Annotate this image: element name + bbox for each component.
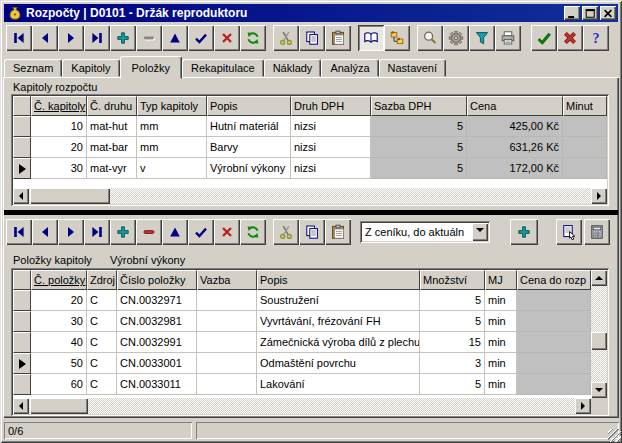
grid-cell[interactable] (517, 332, 591, 353)
grid-cell[interactable]: mat-bar (87, 137, 137, 158)
grid-cell[interactable]: min (485, 374, 517, 395)
grid-cell[interactable]: 5 (420, 311, 485, 332)
column-header[interactable]: Minut (563, 96, 607, 116)
table-row[interactable]: 20CCN.0032971Soustružení5min (13, 290, 591, 311)
grid-cell[interactable]: 20 (31, 137, 87, 158)
edit-record-button[interactable] (162, 219, 188, 245)
column-header[interactable]: Druh DPH (291, 96, 371, 116)
settings-button[interactable] (443, 25, 469, 51)
table-row[interactable]: 10mat-hutmmHutní materiálnizsi5425,00 Kč (13, 116, 607, 137)
minimize-button[interactable] (564, 6, 580, 20)
tab-náklady[interactable]: Náklady (264, 59, 322, 77)
table-row[interactable]: 40CCN.0032991Zámečnická výroba dílů z pl… (13, 332, 591, 353)
grid-cell[interactable] (197, 290, 257, 311)
tab-analýza[interactable]: Analýza (321, 59, 378, 77)
paste-button[interactable] (325, 219, 351, 245)
row-selector[interactable] (13, 116, 31, 137)
column-header[interactable]: Vazba (197, 270, 257, 290)
tab-seznam[interactable]: Seznam (4, 59, 62, 77)
column-header[interactable]: Popis (207, 96, 291, 116)
grid-cell[interactable] (517, 290, 591, 311)
column-header[interactable]: Č. kapitoly (31, 96, 87, 116)
nav-prior-button[interactable] (32, 219, 58, 245)
grid-cell[interactable]: CN.0033011 (117, 374, 197, 395)
chapters-hscrollbar[interactable] (13, 188, 607, 204)
grid-cell[interactable] (563, 158, 607, 179)
grid-cell[interactable]: 10 (31, 116, 87, 137)
confirm-button[interactable] (531, 25, 557, 51)
tab-rekapitulace[interactable]: Rekapitulace (182, 59, 264, 77)
cut-button[interactable] (273, 219, 299, 245)
grid-cell[interactable]: Výrobní výkony (207, 158, 291, 179)
grid-cell[interactable] (517, 374, 591, 395)
grid-cell[interactable]: Soustružení (257, 290, 420, 311)
nav-prior-button[interactable] (32, 25, 58, 51)
grid-cell[interactable]: Odmaštění povrchu (257, 353, 420, 374)
row-selector[interactable] (13, 332, 31, 353)
column-header[interactable]: Č. položky (31, 270, 87, 290)
column-header[interactable]: Typ kapitoly (137, 96, 207, 116)
delete-record-button[interactable] (136, 219, 162, 245)
grid-cell[interactable]: CN.0032971 (117, 290, 197, 311)
scroll-left-button[interactable] (13, 398, 29, 414)
grid-cell[interactable]: v (137, 158, 207, 179)
grid-cell[interactable] (197, 353, 257, 374)
hscroll-thumb[interactable] (30, 188, 110, 204)
grid-cell[interactable]: nizsi (291, 116, 371, 137)
column-header[interactable]: Popis (257, 270, 420, 290)
grid-cell[interactable]: 5 (371, 158, 467, 179)
tab-nastavení[interactable]: Nastavení (379, 59, 447, 77)
grid-cell[interactable]: 631,26 Kč (467, 137, 563, 158)
grid-cell[interactable]: min (485, 290, 517, 311)
grid-cell[interactable]: Lakování (257, 374, 420, 395)
scroll-left-button[interactable] (13, 188, 29, 204)
grid-cell[interactable]: C (87, 374, 117, 395)
table-row[interactable]: 60CCN.0033011Lakování5min (13, 374, 591, 395)
insert-record-button[interactable] (110, 25, 136, 51)
print-button[interactable] (495, 25, 521, 51)
grid-cell[interactable]: 5 (371, 137, 467, 158)
cancel-edit-button[interactable] (214, 219, 240, 245)
grid-cell[interactable]: Hutní materiál (207, 116, 291, 137)
grid-cell[interactable]: mm (137, 116, 207, 137)
items-vscrollbar[interactable] (591, 270, 607, 398)
post-edit-button[interactable] (188, 25, 214, 51)
card-view-button[interactable] (358, 25, 384, 51)
grid-cell[interactable]: C (87, 332, 117, 353)
combo-dropdown-button[interactable] (472, 223, 488, 241)
refresh-button[interactable] (240, 25, 266, 51)
maximize-button[interactable] (582, 6, 598, 20)
grid-cell[interactable]: C (87, 311, 117, 332)
vscroll-thumb[interactable] (591, 332, 607, 350)
edit-record-button[interactable] (162, 25, 188, 51)
storno-button[interactable] (557, 25, 583, 51)
tab-položky[interactable]: Položky (120, 56, 183, 79)
insert-record-button[interactable] (110, 219, 136, 245)
refresh-button[interactable] (240, 219, 266, 245)
grid-cell[interactable]: 30 (31, 311, 87, 332)
table-row[interactable]: 30mat-vyrvVýrobní výkonynizsi5172,00 Kč (13, 158, 607, 179)
add-from-pricelist-button[interactable] (510, 219, 538, 245)
close-button[interactable] (600, 6, 616, 20)
grid-cell[interactable]: Zámečnická výroba dílů z plechu (257, 332, 420, 353)
grid-cell[interactable]: Barvy (207, 137, 291, 158)
titlebar[interactable]: Rozpočty | D0101 - Držák reproduktoru (4, 4, 618, 22)
pick-item-button[interactable] (556, 219, 582, 245)
cancel-edit-button[interactable] (214, 25, 240, 51)
grid-cell[interactable]: mat-vyr (87, 158, 137, 179)
insert-mode-select[interactable]: Z ceníku, do aktuáln (360, 221, 490, 243)
grid-cell[interactable]: CN.0032991 (117, 332, 197, 353)
grid-cell[interactable]: 5 (420, 290, 485, 311)
grid-cell[interactable]: min (485, 353, 517, 374)
grid-cell[interactable]: Vyvrtávání, frézování FH (257, 311, 420, 332)
grid-cell[interactable]: min (485, 332, 517, 353)
grid-cell[interactable]: nizsi (291, 137, 371, 158)
grid-cell[interactable]: 3 (420, 353, 485, 374)
grid-cell[interactable]: CN.0033001 (117, 353, 197, 374)
calculator-button[interactable] (584, 219, 610, 245)
table-row[interactable]: 20mat-barmmBarvynizsi5631,26 Kč (13, 137, 607, 158)
nav-first-button[interactable] (6, 219, 32, 245)
column-header[interactable]: Sazba DPH (371, 96, 467, 116)
grid-cell[interactable]: 425,00 Kč (467, 116, 563, 137)
nav-last-button[interactable] (84, 219, 110, 245)
